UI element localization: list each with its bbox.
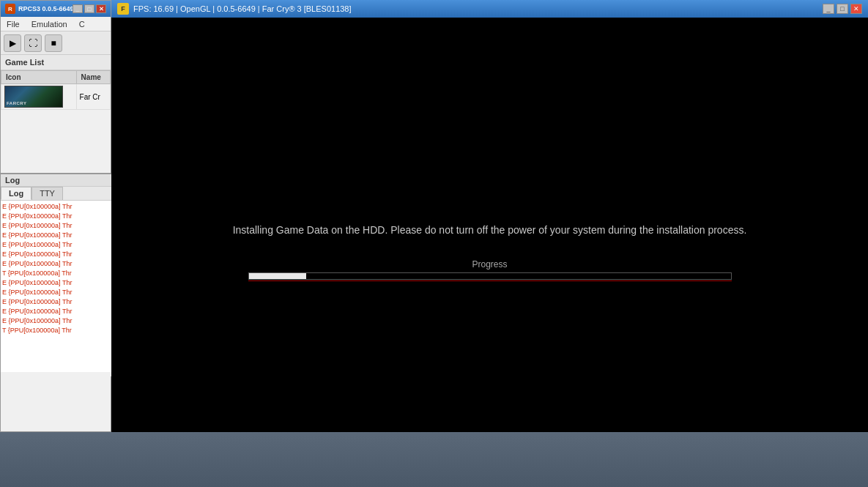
config-menu[interactable]: C — [76, 18, 88, 30]
tty-tab[interactable]: TTY — [31, 187, 63, 200]
stop-button[interactable]: ■ — [45, 34, 62, 52]
log-line: E {PPU[0x100000a] Thr — [2, 307, 111, 316]
log-line: E {PPU[0x100000a] Thr — [2, 212, 111, 221]
rpcs3-close-button[interactable]: ✕ — [96, 4, 106, 13]
progress-label: Progress — [248, 259, 732, 269]
log-line: E {PPU[0x100000a] Thr — [2, 288, 111, 297]
log-line: T {PPU[0x100000a] Thr — [2, 269, 111, 278]
table-row[interactable]: Far Cr — [1, 84, 111, 110]
gamelist-table: Icon Name Far Cr — [1, 70, 111, 110]
game-win-buttons: _ □ ✕ — [823, 4, 862, 14]
rpcs3-minimize-button[interactable]: _ — [73, 4, 83, 13]
log-line: E {PPU[0x100000a] Thr — [2, 202, 111, 212]
log-tabs: Log TTY — [1, 187, 112, 201]
log-line: E {PPU[0x100000a] Thr — [2, 297, 111, 307]
rpcs3-menubar: File Emulation C — [1, 17, 111, 31]
log-tab[interactable]: Log — [1, 187, 31, 200]
emulation-menu[interactable]: Emulation — [29, 18, 70, 30]
game-titlebar: F FPS: 16.69 | OpenGL | 0.0.5-6649 | Far… — [111, 0, 868, 18]
log-line: E {PPU[0x100000a] Thr — [2, 231, 111, 240]
rpcs3-titlebar: R RPCS3 0.0.5-6649 _ □ ✕ — [1, 1, 111, 17]
log-content: E {PPU[0x100000a] ThrE {PPU[0x100000a] T… — [1, 201, 112, 372]
log-line: E {PPU[0x100000a] Thr — [2, 259, 111, 269]
log-line: T {PPU[0x100000a] Thr — [2, 326, 111, 335]
game-minimize-button[interactable]: _ — [823, 4, 834, 14]
gamelist-header: Game List — [1, 55, 111, 70]
rpcs3-window: R RPCS3 0.0.5-6649 _ □ ✕ File Emulation … — [0, 0, 111, 432]
log-line: E {PPU[0x100000a] Thr — [2, 250, 111, 259]
rpcs3-title-text: RPCS3 0.0.5-6649 — [18, 5, 73, 12]
progress-fill — [249, 273, 307, 279]
progress-track — [248, 272, 732, 280]
file-menu[interactable]: File — [4, 18, 23, 30]
log-line: E {PPU[0x100000a] Thr — [2, 278, 111, 288]
log-panel: Log Log TTY E {PPU[0x100000a] ThrE {PPU[… — [1, 173, 112, 376]
game-title-text: FPS: 16.69 | OpenGL | 0.0.5-6649 | Far C… — [133, 4, 823, 13]
icon-column-header: Icon — [1, 71, 77, 84]
game-window: F FPS: 16.69 | OpenGL | 0.0.5-6649 | Far… — [111, 0, 868, 487]
game-name-cell: Far Cr — [76, 84, 110, 110]
rpcs3-maximize-button[interactable]: □ — [84, 4, 94, 13]
game-content: Installing Game Data on the HDD. Please … — [111, 18, 868, 487]
log-line: E {PPU[0x100000a] Thr — [2, 240, 111, 250]
progress-line — [248, 280, 732, 281]
log-panel-header: Log — [1, 174, 112, 187]
game-icon-cell — [1, 84, 77, 110]
fullscreen-button[interactable]: ⛶ — [24, 34, 42, 52]
log-line: E {PPU[0x100000a] Thr — [2, 316, 111, 326]
game-title-icon: F — [117, 3, 129, 15]
progress-container: Progress — [248, 259, 732, 281]
play-button[interactable]: ▶ — [4, 34, 21, 52]
install-message: Installing Game Data on the HDD. Please … — [233, 223, 747, 238]
rpcs3-toolbar: ▶ ⛶ ■ — [1, 31, 111, 55]
game-icon — [4, 86, 63, 108]
rpcs3-title-icon: R — [5, 4, 15, 14]
name-column-header: Name — [76, 71, 110, 84]
desktop-background — [0, 432, 868, 487]
game-close-button[interactable]: ✕ — [850, 4, 862, 14]
log-line: E {PPU[0x100000a] Thr — [2, 221, 111, 231]
rpcs3-win-buttons: _ □ ✕ — [73, 4, 106, 13]
game-maximize-button[interactable]: □ — [837, 4, 848, 14]
